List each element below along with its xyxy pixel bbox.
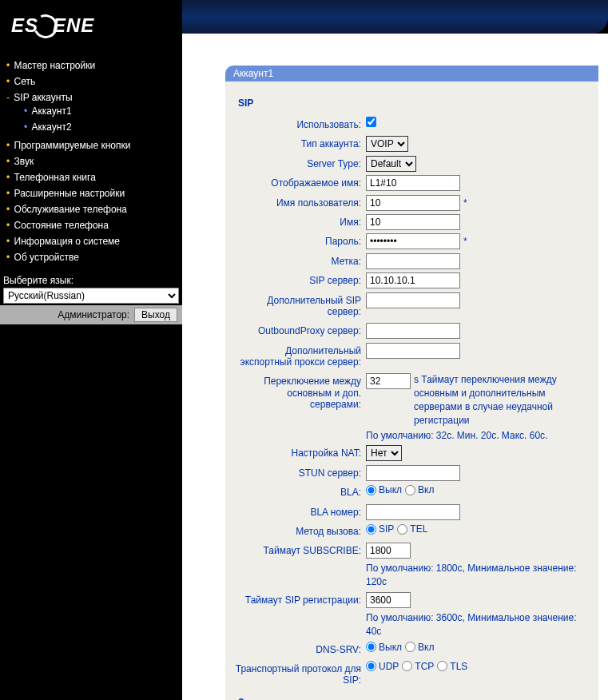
label-switchover: Переключение между основным и доп. серве… bbox=[235, 373, 366, 412]
label-name: Имя: bbox=[235, 214, 366, 230]
label-call-method: Метод вызова: bbox=[235, 523, 366, 539]
nav-sub-sip: Аккаунт1 Аккаунт2 bbox=[18, 103, 177, 135]
bla-off-radio[interactable] bbox=[366, 485, 376, 495]
nav-maintenance[interactable]: Обслуживание телефона bbox=[0, 201, 182, 217]
nav-link[interactable]: Информация о системе bbox=[14, 236, 120, 247]
tr-tls-radio[interactable] bbox=[437, 661, 447, 671]
nav-link[interactable]: Об устройстве bbox=[14, 252, 79, 263]
outbound2-input[interactable] bbox=[366, 343, 460, 359]
display-name-input[interactable] bbox=[366, 175, 460, 191]
stun-input[interactable] bbox=[366, 465, 460, 481]
nav-link[interactable]: Аккаунт1 bbox=[32, 105, 72, 117]
sip-reg-to-input[interactable] bbox=[366, 592, 411, 608]
username-input[interactable] bbox=[366, 195, 460, 211]
nav-link[interactable]: Обслуживание телефона bbox=[14, 204, 127, 215]
use-checkbox[interactable] bbox=[366, 117, 376, 127]
label-outbound2: Дополнительный экспортный прокси сервер: bbox=[235, 343, 366, 371]
outbound-input[interactable] bbox=[366, 323, 460, 339]
nav-link[interactable]: Состояние телефона bbox=[14, 220, 109, 231]
bla-radio-group: Выкл Вкл bbox=[366, 484, 589, 495]
panel-body: SIP Использовать: Тип аккаунта: VOIP Ser… bbox=[225, 82, 598, 700]
nav-prog-buttons[interactable]: Программируемые кнопки bbox=[0, 137, 182, 153]
sidebar: Мастер настройки Сеть SIP аккаунты Аккау… bbox=[0, 34, 182, 700]
server-type-select[interactable]: Default bbox=[366, 156, 416, 172]
nav-account1[interactable]: Аккаунт1 bbox=[18, 103, 177, 119]
nav-advanced[interactable]: Расширенные настройки bbox=[0, 185, 182, 201]
logout-button[interactable]: Выход bbox=[134, 308, 177, 322]
admin-label: Администратор: bbox=[58, 309, 129, 320]
radio-on-label: Вкл bbox=[418, 642, 434, 653]
sip-reg-hint: По умолчанию: 3600с, Минимальное значени… bbox=[366, 611, 589, 638]
nav-menu: Мастер настройки Сеть SIP аккаунты Аккау… bbox=[0, 58, 182, 265]
section-calls: Звонки bbox=[238, 697, 589, 700]
nat-select[interactable]: Нет bbox=[366, 445, 402, 461]
nav-link[interactable]: Мастер настройки bbox=[14, 60, 96, 71]
nav-about[interactable]: Об устройстве bbox=[0, 249, 182, 265]
tag-input[interactable] bbox=[366, 253, 460, 269]
bla-num-input[interactable] bbox=[366, 504, 460, 520]
logo-area: ESENE bbox=[0, 0, 182, 53]
label-outbound: OutboundProxy сервер: bbox=[235, 323, 366, 339]
subscribe-hint: По умолчанию: 1800с, Минимальное значени… bbox=[366, 562, 589, 589]
language-section: Выберите язык: Русский(Russian) bbox=[0, 273, 182, 304]
label-sip-server: SIP сервер: bbox=[235, 272, 366, 288]
sip-server2-input[interactable] bbox=[366, 292, 460, 308]
cm-tel-radio[interactable] bbox=[397, 524, 407, 535]
nav-link[interactable]: SIP аккаунты bbox=[14, 92, 72, 103]
tr-tcp-radio[interactable] bbox=[402, 661, 412, 671]
account-type-select[interactable]: VOIP bbox=[366, 136, 408, 152]
nav-link[interactable]: Программируемые кнопки bbox=[14, 140, 131, 151]
required-mark: * bbox=[463, 236, 467, 247]
nav-sysinfo[interactable]: Информация о системе bbox=[0, 233, 182, 249]
nav-link[interactable]: Телефонная книга bbox=[14, 172, 96, 183]
dns-on-radio[interactable] bbox=[405, 642, 415, 652]
nav-phonebook[interactable]: Телефонная книга bbox=[0, 169, 182, 185]
nav-account2[interactable]: Аккаунт2 bbox=[18, 119, 177, 135]
call-method-radio-group: SIP TEL bbox=[366, 523, 589, 535]
logo-arc-icon bbox=[30, 11, 61, 42]
language-select[interactable]: Русский(Russian) bbox=[3, 288, 179, 304]
language-label: Выберите язык: bbox=[3, 273, 179, 288]
header: ESENE bbox=[0, 0, 608, 34]
nav-phone-state[interactable]: Состояние телефона bbox=[0, 217, 182, 233]
content: Аккаунт1 SIP Использовать: Тип аккаунта:… bbox=[182, 34, 608, 700]
label-use: Использовать: bbox=[235, 117, 366, 133]
sip-server-input[interactable] bbox=[366, 272, 460, 288]
radio-tls-label: TLS bbox=[450, 661, 467, 672]
label-sip-server2: Дополнительный SIP сервер: bbox=[235, 292, 366, 320]
switchover-input[interactable] bbox=[366, 373, 411, 389]
password-input[interactable] bbox=[366, 233, 460, 249]
subscribe-to-input[interactable] bbox=[366, 543, 411, 559]
admin-row: Администратор: Выход bbox=[0, 305, 182, 324]
label-tag: Метка: bbox=[235, 253, 366, 269]
label-display-name: Отображаемое имя: bbox=[235, 175, 366, 191]
label-dns-srv: DNS-SRV: bbox=[235, 642, 366, 658]
radio-tcp-label: TCP bbox=[415, 661, 434, 672]
panel-title: Аккаунт1 bbox=[225, 66, 598, 82]
nav-link[interactable]: Аккаунт2 bbox=[32, 121, 72, 133]
radio-off-label: Выкл bbox=[379, 642, 402, 653]
nav-network[interactable]: Сеть bbox=[0, 74, 182, 89]
label-transport: Транспортный протокол для SIP: bbox=[235, 661, 366, 689]
label-server-type: Server Type: bbox=[235, 156, 366, 172]
nav-link[interactable]: Сеть bbox=[14, 76, 36, 87]
nav-sip-accounts[interactable]: SIP аккаунты Аккаунт1 Аккаунт2 bbox=[0, 89, 182, 137]
transport-radio-group: UDP TCP TLS bbox=[366, 661, 589, 672]
nav-link[interactable]: Расширенные настройки bbox=[14, 188, 125, 199]
label-subscribe-to: Таймаут SUBSCRIBE: bbox=[235, 543, 366, 559]
tr-udp-radio[interactable] bbox=[366, 661, 376, 671]
switchover-hint: s Таймаут переключения между основным и … bbox=[414, 373, 589, 427]
label-nat: Настройка NAT: bbox=[235, 445, 366, 461]
settings-panel: Аккаунт1 SIP Использовать: Тип аккаунта:… bbox=[225, 66, 598, 700]
required-mark: * bbox=[463, 197, 467, 209]
cm-sip-radio[interactable] bbox=[366, 524, 376, 535]
nav-link[interactable]: Звук bbox=[14, 156, 34, 167]
bla-on-radio[interactable] bbox=[405, 485, 415, 495]
nav-sound[interactable]: Звук bbox=[0, 153, 182, 169]
nav-setup-wizard[interactable]: Мастер настройки bbox=[0, 58, 182, 74]
radio-on-label: Вкл bbox=[418, 484, 434, 495]
dns-off-radio[interactable] bbox=[366, 642, 376, 652]
label-account-type: Тип аккаунта: bbox=[235, 136, 366, 152]
name-input[interactable] bbox=[366, 214, 460, 230]
section-sip: SIP bbox=[238, 97, 589, 109]
